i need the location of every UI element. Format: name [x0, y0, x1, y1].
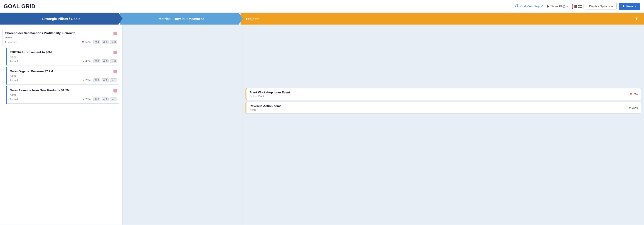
pillars-header-label: Strategic Pillars / Goals — [42, 17, 80, 21]
project-1-health: ❤ 6% — [630, 92, 638, 96]
goal-card-wrapper-2: EBITDA Improvement to $6M Acme Annual ♥ … — [6, 48, 120, 66]
project-2-health: ♥ 33% — [629, 106, 638, 110]
metrics-column — [122, 25, 243, 224]
goal-2-badge-2: 1 — [102, 59, 109, 63]
goal-1-color-box — [114, 32, 117, 35]
svg-rect-2 — [574, 5, 574, 6]
goal-card-1[interactable]: Shareholder Satisfaction / Profitability… — [2, 29, 120, 46]
goal-3-metrics: ♥ 20% 0 1 1 — [82, 78, 117, 82]
help-icon: ? — [515, 4, 520, 9]
goal-card-wrapper-3: Grow Organic Revenue $7.9M Acme Annual ♥… — [6, 67, 120, 85]
goal-card-3[interactable]: Grow Organic Revenue $7.9M Acme Annual ♥… — [7, 67, 120, 85]
goal-card-4-header: Grow Revenue from New Products $1.2M — [10, 88, 117, 93]
project-2-info: Revenue Action Items Acme — [250, 104, 629, 111]
project-card-2[interactable]: Revenue Action Items Acme ♥ 33% — [246, 102, 641, 114]
actions-button[interactable]: Actions — [619, 3, 640, 10]
header-controls: ? Grid View Help Show All — [515, 3, 640, 10]
main-content: Shareholder Satisfaction / Profitability… — [0, 25, 644, 224]
svg-rect-9 — [580, 5, 582, 6]
goal-4-footer: Annual ♥ 25% 0 1 — [10, 98, 117, 101]
display-options-label: Display Options — [589, 5, 610, 8]
goal-1-type: Long-term — [5, 41, 17, 43]
column-headers: Strategic Pillars / Goals Metrics - How … — [0, 13, 644, 25]
grid-icon — [578, 5, 582, 8]
goal-2-health-pct: 40% — [86, 60, 91, 63]
view-toggle-group[interactable] — [572, 4, 584, 9]
projects-column-header: Projects ▼ — [240, 13, 644, 25]
svg-rect-3 — [575, 5, 577, 6]
goal-4-name: Grow Revenue from New Products $1.2M — [10, 88, 112, 93]
play-icon — [547, 5, 549, 8]
project-1-health-icon: ❤ — [630, 92, 632, 96]
goal-2-org: Acme — [10, 55, 117, 58]
grid-view-help-link[interactable]: ? Grid View Help — [515, 4, 543, 9]
projects-column: Plant Workshop Lean Event Detroit Plant … — [243, 25, 644, 224]
goal-1-health-icon: ❤ — [82, 41, 84, 44]
goal-4-type: Annual — [10, 98, 18, 101]
goal-2-badge-1: 0 — [93, 59, 100, 63]
external-link-icon — [541, 5, 543, 8]
goal-4-metrics: ♥ 25% 0 1 1 — [82, 98, 117, 101]
goal-3-badge-3: 1 — [110, 78, 117, 82]
goal-1-org: Acme — [5, 36, 117, 39]
goal-3-badge-1: 0 — [93, 78, 100, 82]
svg-marker-0 — [547, 5, 549, 8]
actions-chevron-icon — [634, 6, 637, 7]
goal-2-name: EBITDA Improvement to $6M — [10, 50, 112, 54]
goal-3-health-icon: ♥ — [82, 79, 84, 82]
goal-2-type: Annual — [10, 60, 18, 63]
goal-4-color-box — [114, 89, 117, 93]
dropdown-icon — [562, 5, 565, 8]
svg-rect-6 — [574, 7, 574, 8]
goal-card-3-header: Grow Organic Revenue $7.9M — [10, 69, 117, 73]
goal-2-footer: Annual ♥ 40% 0 1 — [10, 59, 117, 63]
goal-3-footer: Annual ♥ 20% 0 1 — [10, 78, 117, 82]
list-icon — [574, 5, 577, 8]
project-2-name: Revenue Action Items — [250, 104, 629, 108]
header: GOAL GRID ? Grid View Help Show All — [0, 0, 644, 13]
goal-3-name: Grow Organic Revenue $7.9M — [10, 69, 112, 73]
project-2-health-icon: ♥ — [629, 106, 631, 110]
project-1-org: Detroit Plant — [250, 95, 630, 98]
goal-3-type: Annual — [10, 79, 18, 82]
svg-point-1 — [563, 5, 565, 8]
goal-1-metrics: ❤ 50% 4 4 0 — [82, 40, 117, 44]
chevron-down-icon — [611, 6, 613, 7]
goal-2-color-box — [114, 51, 117, 54]
project-1-health-pct: 6% — [634, 93, 638, 96]
show-all-label: Show All — [550, 5, 562, 8]
goal-1-badge-1: 4 — [93, 40, 100, 44]
caret-icon — [566, 6, 568, 7]
display-options-button[interactable]: Display Options — [586, 3, 616, 10]
goal-1-health-pct: 50% — [86, 41, 91, 44]
project-1-info: Plant Workshop Lean Event Detroit Plant — [250, 91, 630, 98]
goal-4-health-icon: ♥ — [82, 98, 84, 101]
projects-header-label: Projects — [246, 17, 259, 21]
help-link-label: Grid View Help — [520, 5, 540, 8]
goal-3-badge-2: 1 — [102, 78, 109, 82]
goal-card-wrapper-1: Shareholder Satisfaction / Profitability… — [2, 29, 120, 46]
project-card-1[interactable]: Plant Workshop Lean Event Detroit Plant … — [246, 88, 641, 100]
actions-label: Actions — [622, 5, 633, 8]
filter-icon[interactable]: ▼ — [634, 16, 638, 21]
project-2-org: Acme — [250, 108, 629, 111]
goal-4-badge-2: 1 — [102, 98, 109, 101]
project-1-name: Plant Workshop Lean Event — [250, 91, 630, 94]
goal-4-badge-1: 0 — [93, 98, 100, 101]
goal-card-4[interactable]: Grow Revenue from New Products $1.2M Acm… — [7, 86, 120, 104]
svg-rect-5 — [575, 6, 577, 7]
goal-4-org: Acme — [10, 93, 117, 96]
goal-2-health-icon: ♥ — [82, 60, 84, 63]
pillars-column-header: Strategic Pillars / Goals — [0, 13, 122, 25]
goal-1-badge-2: 4 — [102, 40, 109, 44]
svg-rect-4 — [574, 6, 574, 7]
goal-card-2-header: EBITDA Improvement to $6M — [10, 50, 117, 54]
project-2-health-pct: 33% — [632, 106, 638, 110]
pillars-column: Shareholder Satisfaction / Profitability… — [0, 25, 122, 224]
show-all-button[interactable]: Show All — [545, 4, 570, 9]
goal-card-wrapper-4: Grow Revenue from New Products $1.2M Acm… — [6, 86, 120, 104]
app-title: GOAL GRID — [4, 3, 36, 10]
goal-card-2[interactable]: EBITDA Improvement to $6M Acme Annual ♥ … — [7, 48, 120, 66]
goal-2-metrics: ♥ 40% 0 1 0 — [82, 59, 117, 63]
metrics-header-label: Metrics - How is It Measured — [158, 17, 204, 21]
